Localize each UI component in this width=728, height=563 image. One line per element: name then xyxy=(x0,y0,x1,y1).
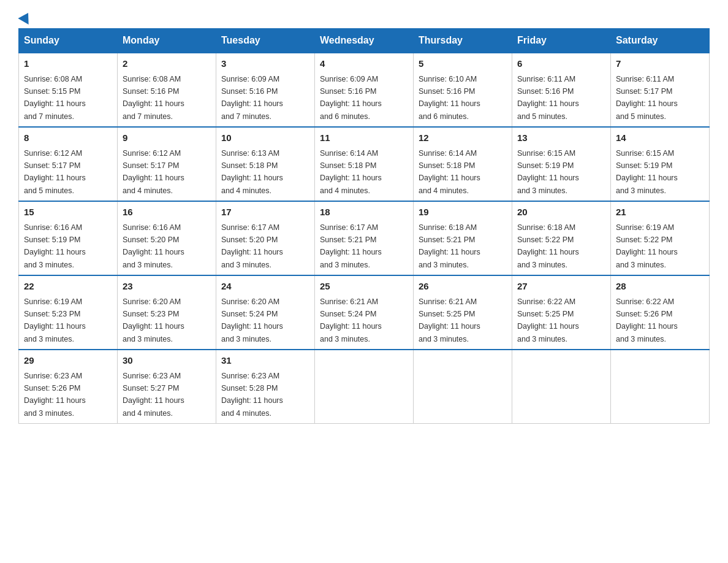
day-number: 2 xyxy=(123,57,211,71)
day-info: Sunrise: 6:16 AMSunset: 5:19 PMDaylight:… xyxy=(24,223,86,269)
day-cell: 29Sunrise: 6:23 AMSunset: 5:26 PMDayligh… xyxy=(19,350,118,424)
day-info: Sunrise: 6:08 AMSunset: 5:15 PMDaylight:… xyxy=(24,75,86,121)
day-info: Sunrise: 6:12 AMSunset: 5:17 PMDaylight:… xyxy=(24,149,86,195)
day-number: 22 xyxy=(24,280,112,294)
day-info: Sunrise: 6:21 AMSunset: 5:25 PMDaylight:… xyxy=(419,297,480,343)
logo xyxy=(18,12,32,22)
day-number: 7 xyxy=(616,57,704,71)
day-info: Sunrise: 6:11 AMSunset: 5:17 PMDaylight:… xyxy=(616,75,678,121)
day-cell: 14Sunrise: 6:15 AMSunset: 5:19 PMDayligh… xyxy=(611,127,710,201)
week-row-1: 1Sunrise: 6:08 AMSunset: 5:15 PMDaylight… xyxy=(19,53,710,127)
header-tuesday: Tuesday xyxy=(216,29,315,53)
day-cell: 26Sunrise: 6:21 AMSunset: 5:25 PMDayligh… xyxy=(414,275,512,350)
day-cell xyxy=(414,350,512,424)
day-cell: 10Sunrise: 6:13 AMSunset: 5:18 PMDayligh… xyxy=(216,127,315,201)
day-number: 18 xyxy=(320,205,408,220)
calendar-table: SundayMondayTuesdayWednesdayThursdayFrid… xyxy=(18,28,710,424)
day-info: Sunrise: 6:11 AMSunset: 5:16 PMDaylight:… xyxy=(517,75,579,121)
header-monday: Monday xyxy=(118,29,216,53)
day-cell: 28Sunrise: 6:22 AMSunset: 5:26 PMDayligh… xyxy=(611,275,710,350)
page-header xyxy=(18,12,710,22)
day-number: 30 xyxy=(123,354,211,368)
day-cell: 20Sunrise: 6:18 AMSunset: 5:22 PMDayligh… xyxy=(512,201,611,275)
day-number: 9 xyxy=(123,131,211,145)
day-info: Sunrise: 6:21 AMSunset: 5:24 PMDaylight:… xyxy=(320,297,382,343)
day-info: Sunrise: 6:17 AMSunset: 5:20 PMDaylight:… xyxy=(221,223,283,269)
day-info: Sunrise: 6:23 AMSunset: 5:27 PMDaylight:… xyxy=(123,372,184,418)
day-number: 13 xyxy=(517,131,605,145)
day-number: 21 xyxy=(616,205,704,220)
day-info: Sunrise: 6:15 AMSunset: 5:19 PMDaylight:… xyxy=(517,149,579,195)
day-number: 29 xyxy=(24,354,112,368)
day-number: 1 xyxy=(24,57,112,71)
day-info: Sunrise: 6:16 AMSunset: 5:20 PMDaylight:… xyxy=(123,223,184,269)
day-cell: 7Sunrise: 6:11 AMSunset: 5:17 PMDaylight… xyxy=(611,53,710,127)
day-cell: 18Sunrise: 6:17 AMSunset: 5:21 PMDayligh… xyxy=(315,201,414,275)
day-number: 8 xyxy=(24,131,112,145)
day-info: Sunrise: 6:10 AMSunset: 5:16 PMDaylight:… xyxy=(419,75,480,121)
day-number: 5 xyxy=(419,57,507,71)
day-cell: 9Sunrise: 6:12 AMSunset: 5:17 PMDaylight… xyxy=(118,127,216,201)
day-cell xyxy=(611,350,710,424)
day-number: 19 xyxy=(419,205,507,220)
day-cell: 15Sunrise: 6:16 AMSunset: 5:19 PMDayligh… xyxy=(19,201,118,275)
header-thursday: Thursday xyxy=(414,29,512,53)
day-number: 11 xyxy=(320,131,408,145)
day-cell xyxy=(315,350,414,424)
day-number: 20 xyxy=(517,205,605,220)
day-info: Sunrise: 6:14 AMSunset: 5:18 PMDaylight:… xyxy=(419,149,480,195)
day-cell: 5Sunrise: 6:10 AMSunset: 5:16 PMDaylight… xyxy=(414,53,512,127)
day-info: Sunrise: 6:15 AMSunset: 5:19 PMDaylight:… xyxy=(616,149,678,195)
day-cell: 11Sunrise: 6:14 AMSunset: 5:18 PMDayligh… xyxy=(315,127,414,201)
header-friday: Friday xyxy=(512,29,611,53)
day-cell: 23Sunrise: 6:20 AMSunset: 5:23 PMDayligh… xyxy=(118,275,216,350)
week-row-5: 29Sunrise: 6:23 AMSunset: 5:26 PMDayligh… xyxy=(19,350,710,424)
day-number: 17 xyxy=(221,205,309,220)
day-info: Sunrise: 6:17 AMSunset: 5:21 PMDaylight:… xyxy=(320,223,382,269)
logo-triangle-icon xyxy=(18,10,33,25)
day-number: 27 xyxy=(517,280,605,294)
day-cell: 30Sunrise: 6:23 AMSunset: 5:27 PMDayligh… xyxy=(118,350,216,424)
day-info: Sunrise: 6:09 AMSunset: 5:16 PMDaylight:… xyxy=(221,75,283,121)
day-cell: 17Sunrise: 6:17 AMSunset: 5:20 PMDayligh… xyxy=(216,201,315,275)
day-number: 3 xyxy=(221,57,309,71)
day-info: Sunrise: 6:23 AMSunset: 5:26 PMDaylight:… xyxy=(24,372,86,418)
header-saturday: Saturday xyxy=(611,29,710,53)
day-number: 6 xyxy=(517,57,605,71)
day-cell: 4Sunrise: 6:09 AMSunset: 5:16 PMDaylight… xyxy=(315,53,414,127)
day-cell: 8Sunrise: 6:12 AMSunset: 5:17 PMDaylight… xyxy=(19,127,118,201)
day-cell: 3Sunrise: 6:09 AMSunset: 5:16 PMDaylight… xyxy=(216,53,315,127)
header-wednesday: Wednesday xyxy=(315,29,414,53)
day-number: 10 xyxy=(221,131,309,145)
day-info: Sunrise: 6:08 AMSunset: 5:16 PMDaylight:… xyxy=(123,75,184,121)
day-info: Sunrise: 6:19 AMSunset: 5:23 PMDaylight:… xyxy=(24,297,86,343)
day-number: 12 xyxy=(419,131,507,145)
day-info: Sunrise: 6:18 AMSunset: 5:22 PMDaylight:… xyxy=(517,223,579,269)
day-cell: 13Sunrise: 6:15 AMSunset: 5:19 PMDayligh… xyxy=(512,127,611,201)
day-number: 24 xyxy=(221,280,309,294)
day-info: Sunrise: 6:09 AMSunset: 5:16 PMDaylight:… xyxy=(320,75,382,121)
day-number: 31 xyxy=(221,354,309,368)
day-cell: 1Sunrise: 6:08 AMSunset: 5:15 PMDaylight… xyxy=(19,53,118,127)
day-cell: 16Sunrise: 6:16 AMSunset: 5:20 PMDayligh… xyxy=(118,201,216,275)
day-number: 26 xyxy=(419,280,507,294)
week-row-2: 8Sunrise: 6:12 AMSunset: 5:17 PMDaylight… xyxy=(19,127,710,201)
day-info: Sunrise: 6:13 AMSunset: 5:18 PMDaylight:… xyxy=(221,149,283,195)
week-row-3: 15Sunrise: 6:16 AMSunset: 5:19 PMDayligh… xyxy=(19,201,710,275)
day-info: Sunrise: 6:22 AMSunset: 5:26 PMDaylight:… xyxy=(616,297,678,343)
day-info: Sunrise: 6:12 AMSunset: 5:17 PMDaylight:… xyxy=(123,149,184,195)
day-info: Sunrise: 6:18 AMSunset: 5:21 PMDaylight:… xyxy=(419,223,480,269)
day-info: Sunrise: 6:19 AMSunset: 5:22 PMDaylight:… xyxy=(616,223,678,269)
day-number: 4 xyxy=(320,57,408,71)
day-number: 25 xyxy=(320,280,408,294)
day-cell: 2Sunrise: 6:08 AMSunset: 5:16 PMDaylight… xyxy=(118,53,216,127)
day-cell: 31Sunrise: 6:23 AMSunset: 5:28 PMDayligh… xyxy=(216,350,315,424)
day-number: 23 xyxy=(123,280,211,294)
day-info: Sunrise: 6:14 AMSunset: 5:18 PMDaylight:… xyxy=(320,149,382,195)
day-info: Sunrise: 6:20 AMSunset: 5:24 PMDaylight:… xyxy=(221,297,283,343)
day-cell: 27Sunrise: 6:22 AMSunset: 5:25 PMDayligh… xyxy=(512,275,611,350)
day-cell: 19Sunrise: 6:18 AMSunset: 5:21 PMDayligh… xyxy=(414,201,512,275)
day-info: Sunrise: 6:22 AMSunset: 5:25 PMDaylight:… xyxy=(517,297,579,343)
day-cell: 6Sunrise: 6:11 AMSunset: 5:16 PMDaylight… xyxy=(512,53,611,127)
day-info: Sunrise: 6:20 AMSunset: 5:23 PMDaylight:… xyxy=(123,297,184,343)
